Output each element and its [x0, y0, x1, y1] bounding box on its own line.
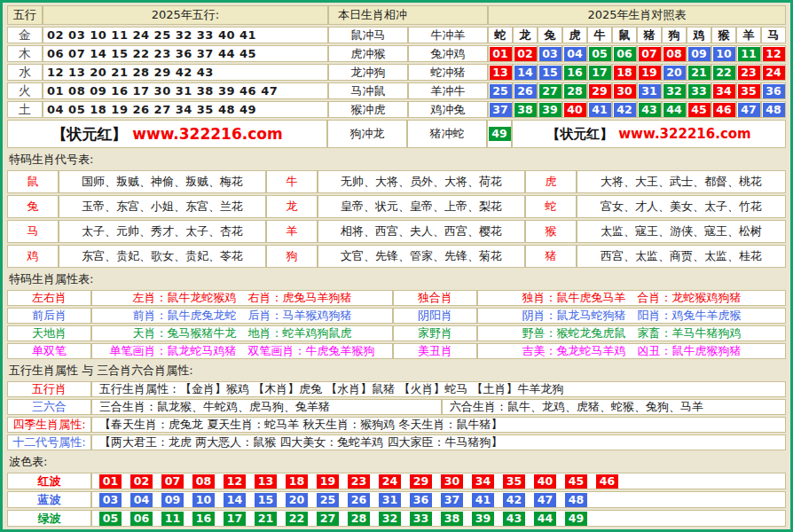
- attributes-table-title: 特码生肖属性表:: [7, 270, 786, 290]
- wave-number-badge: 34: [472, 474, 494, 489]
- element-numbers: 02 03 10 11 24 25 32 33 40 41: [43, 27, 328, 43]
- wave-number-badge: 23: [348, 474, 370, 489]
- zodiac-number-badge: 31: [639, 84, 661, 98]
- zodiac-number-cell: 49: [487, 120, 512, 148]
- zodiac-number-cell: 13: [488, 64, 513, 81]
- wave-number-badge: 15: [255, 493, 277, 507]
- zodiac-code-names: 国师、叛贼、神偷、叛贼、梅花: [59, 170, 266, 193]
- clash-pair: 鸡冲兔: [408, 101, 488, 118]
- zodiac-number-badge: 34: [713, 84, 735, 98]
- zodiac-number-cell: 20: [662, 64, 687, 81]
- clash-pair: 虎冲猴: [328, 45, 408, 62]
- element-numbers: 04 05 18 19 26 27 34 35 48 49: [43, 101, 328, 118]
- wave-number-badge: 06: [130, 512, 153, 526]
- wave-number-badge: 01: [99, 474, 122, 489]
- element-name: 金: [7, 27, 43, 43]
- zodiac-number-cell: 06: [612, 45, 637, 62]
- zodiac-code-label: 马: [7, 220, 59, 243]
- wave-number-badge: 04: [130, 493, 153, 507]
- wave-number-badge: 29: [410, 474, 432, 489]
- zodiac-number-badge: 20: [663, 66, 686, 80]
- zodiac-number-badge: 33: [688, 84, 711, 98]
- zodiac-number-cell: 25: [488, 82, 513, 99]
- zodiac-number-cell: 47: [736, 101, 761, 118]
- wave-number-badge: 17: [224, 512, 246, 526]
- zodiac-number-badge: 14: [514, 66, 537, 80]
- five-element-row: 十二代号属性:【两大君王：龙虎 两大恶人：鼠猴 四大美女：兔蛇羊鸡 四大家臣：牛…: [7, 434, 786, 450]
- zodiac-number-cell: 08: [662, 45, 687, 62]
- zodiac-animal: 牛: [587, 27, 612, 43]
- zodiac-animal: 兔: [538, 27, 562, 43]
- element-numbers: 12 13 20 21 28 29 42 43: [43, 64, 328, 81]
- clash-pair: 龙冲狗: [328, 64, 408, 81]
- zodiac-number-badge: 35: [738, 84, 760, 98]
- zodiac-number-cell: 46: [711, 101, 736, 118]
- zodiac-number-cell: 28: [562, 82, 587, 99]
- zodiac-animal: 羊: [736, 27, 761, 43]
- wave-numbers: 0102070812131819232429303435404546: [91, 473, 786, 489]
- site-banner-left: 【状元红】 www.322216.com: [7, 120, 327, 148]
- wave-row: 红波0102070812131819232429303435404546: [7, 473, 786, 489]
- attribute-row: 前后肖前肖：鼠牛虎兔龙蛇 后肖：马羊猴鸡狗猪阴阳肖阴肖：鼠龙马蛇狗猪 阳肖：鸡兔…: [7, 308, 786, 324]
- zodiac-number-badge: 16: [564, 66, 586, 80]
- top-table-header-row: 五行 2025年五行: 本日生肖相冲 2025年生肖对照表: [7, 5, 786, 25]
- zodiac-number-cell: 23: [736, 64, 761, 81]
- zodiac-number-cell: 48: [761, 101, 786, 118]
- zodiac-number-badge: 07: [639, 47, 661, 61]
- wave-number-badge: 13: [255, 474, 277, 489]
- zodiac-number-cell: 37: [488, 101, 513, 118]
- codes-row: 鸡东宫、贵妃、歌女、贵妃、苓花狗文官、先锋、管家、先锋、菊花猪西宫、太监、商贾、…: [7, 245, 786, 268]
- zodiac-number-badge: 32: [663, 84, 686, 98]
- zodiac-number-badge: 04: [564, 47, 586, 61]
- zodiac-number-cell: 29: [587, 82, 612, 99]
- five-elements-row: 木06 07 14 15 22 23 36 37 44 45虎冲猴兔冲鸡0102…: [7, 45, 786, 62]
- zodiac-animal: 蛇: [488, 27, 513, 43]
- zodiac-animal: 狗: [662, 27, 687, 43]
- zodiac-number-badge: 41: [589, 103, 611, 117]
- wave-number-badge: 49: [565, 512, 587, 526]
- zodiac-number-cell: 10: [711, 45, 736, 62]
- zodiac-number-badge: 29: [589, 84, 611, 98]
- zodiac-number-cell: 15: [538, 64, 562, 81]
- wave-number-badge: 37: [441, 493, 463, 507]
- zodiac-code-label: 猴: [525, 220, 577, 243]
- site-banner-right: 【状元红】 www.322216.com: [512, 120, 786, 148]
- codes-row: 兔玉帝、东宫、小姐、东宫、兰花龙皇帝、状元、皇帝、上帝、梨花蛇宫女、才人、美女、…: [7, 195, 786, 218]
- zodiac-number-badge: 39: [539, 103, 561, 117]
- wave-number-badge: 24: [379, 474, 401, 489]
- wave-number-badge: 45: [565, 474, 587, 489]
- top-header-zodiac-table-title: 2025年生肖对照表: [488, 5, 786, 25]
- wave-number-badge: 11: [161, 512, 184, 526]
- zodiac-number-cell: 01: [488, 45, 513, 62]
- attribute-label: 单双笔: [7, 343, 91, 359]
- zodiac-number-cell: 21: [687, 64, 711, 81]
- codes-table-title: 特码生肖代号表:: [7, 150, 786, 170]
- wave-number-badge: 39: [472, 512, 494, 526]
- wave-number-badge: 28: [348, 512, 370, 526]
- zodiac-number-badge: 44: [663, 103, 686, 117]
- attribute-text: 阴肖：鼠龙马蛇狗猪 阳肖：鸡兔牛羊虎猴: [477, 308, 786, 324]
- zodiac-code-names: 西宫、太监、商贾、太监、桂花: [577, 245, 786, 268]
- element-numbers: 06 07 14 15 22 23 36 37 44 45: [43, 45, 328, 62]
- wave-number-badge: 36: [410, 493, 432, 507]
- wave-number-badge: 16: [192, 512, 215, 526]
- five-element-text: 【两大君王：龙虎 两大恶人：鼠猴 四大美女：兔蛇羊鸡 四大家臣：牛马猪狗】: [91, 434, 786, 450]
- wave-row: 绿波05061116172122272832333839434449: [7, 510, 786, 527]
- zodiac-number-badge: 18: [614, 66, 636, 80]
- five-element-label: 五行肖: [7, 381, 91, 397]
- wave-number-badge: 30: [441, 474, 463, 489]
- five-element-text: 六合生肖：鼠牛、龙鸡、虎猪、蛇猴、兔狗、马羊: [442, 399, 786, 415]
- zodiac-number-badge: 09: [688, 47, 711, 61]
- zodiac-number-cell: 17: [587, 64, 612, 81]
- zodiac-number-cell: 12: [761, 45, 786, 62]
- wave-number-badge: 31: [379, 493, 401, 507]
- site-url-link[interactable]: www.322216.com: [132, 125, 282, 143]
- top-table-footer-row: 【状元红】 www.322216.com 狗冲龙 猪冲蛇 49 【状元红】 ww…: [7, 120, 786, 148]
- zodiac-number-badge: 38: [514, 103, 537, 117]
- zodiac-code-names: 宫女、才人、美女、太子、竹花: [577, 195, 786, 218]
- site-url-link[interactable]: www.322216.com: [618, 126, 750, 142]
- zodiac-number-badge: 46: [713, 103, 735, 117]
- wave-label: 红波: [7, 473, 91, 489]
- zodiac-animal: 马: [761, 27, 786, 43]
- wave-label: 绿波: [7, 510, 91, 527]
